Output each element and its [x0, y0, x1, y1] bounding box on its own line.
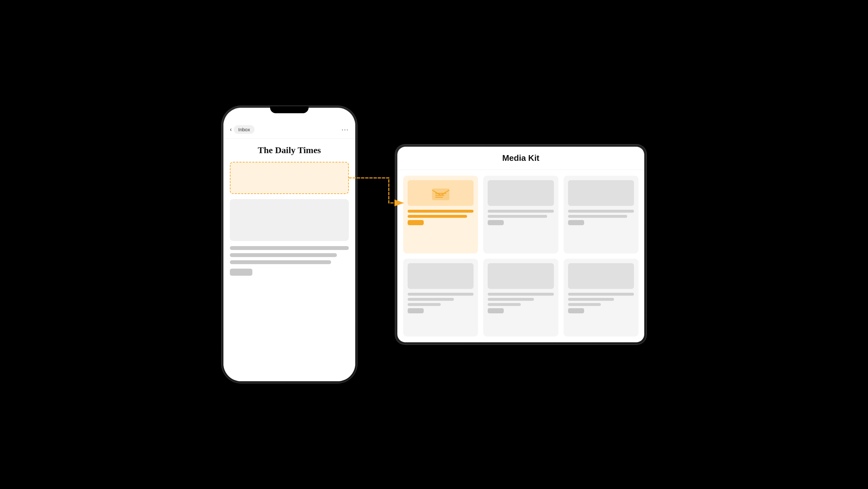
more-options-button[interactable]: ···: [341, 126, 349, 133]
cell-5-line-3: [488, 303, 521, 306]
cell-5-line-1: [488, 293, 554, 296]
cell-4-line-2: [408, 298, 454, 301]
cell-line-orange-2: [408, 215, 467, 218]
cell-4-tag: [408, 308, 424, 313]
phone-content-area: The Daily Times: [223, 139, 355, 381]
grid-cell-6[interactable]: [563, 259, 639, 337]
cell-3-tag: [568, 220, 584, 225]
cell-6-line-1: [568, 293, 634, 296]
cell-6-lines: [568, 293, 634, 313]
phone-text-line-3: [230, 260, 331, 264]
highlighted-banner[interactable]: [230, 162, 349, 194]
email-icon: [431, 185, 451, 201]
cell-5-lines: [488, 293, 554, 313]
cell-3-line-1: [568, 210, 634, 213]
cell-2-line-2: [488, 215, 547, 218]
cell-6-line-2: [568, 298, 614, 301]
cell-6-tag: [568, 308, 584, 313]
cell-6-line-3: [568, 303, 601, 306]
phone-text-line-2: [230, 253, 337, 257]
phone-screen: ‹ Inbox ··· The Daily Times: [223, 108, 355, 381]
phone-text-line-1: [230, 246, 349, 250]
cell-6-image: [568, 263, 634, 289]
svg-rect-0: [432, 189, 449, 200]
cell-2-tag: [488, 220, 504, 225]
tablet-title-bar: Media Kit: [397, 147, 644, 170]
grid-cell-1[interactable]: [403, 176, 478, 254]
cell-4-line-1: [408, 293, 473, 296]
phone-nav-bar: ‹ Inbox ···: [223, 121, 355, 139]
phone-frame: ‹ Inbox ··· The Daily Times: [222, 106, 357, 383]
cell-5-tag: [488, 308, 504, 313]
cell-2-image: [488, 180, 554, 206]
cell-line-orange-1: [408, 210, 473, 213]
tablet-grid: [397, 170, 644, 342]
scene: ‹ Inbox ··· The Daily Times: [0, 0, 868, 489]
cell-2-line-1: [488, 210, 554, 213]
cell-5-line-2: [488, 298, 534, 301]
cell-1-lines: [408, 210, 473, 225]
back-button[interactable]: ‹ Inbox: [230, 125, 255, 134]
cell-3-line-2: [568, 215, 627, 218]
cell-5-image: [488, 263, 554, 289]
cell-4-lines: [408, 293, 473, 313]
tablet-frame: Media Kit: [396, 145, 646, 344]
phone-text-lines: [230, 246, 349, 276]
cell-4-image: [408, 263, 473, 289]
grid-cell-3[interactable]: [563, 176, 639, 254]
cell-3-lines: [568, 210, 634, 225]
phone-notch: [270, 108, 309, 113]
grid-cell-5[interactable]: [483, 259, 558, 337]
media-kit-title: Media Kit: [502, 153, 539, 163]
cell-2-lines: [488, 210, 554, 225]
cell-4-line-3: [408, 303, 441, 306]
phone-article-image: [230, 199, 349, 241]
tablet-screen: Media Kit: [397, 147, 644, 342]
grid-cell-4[interactable]: [403, 259, 478, 337]
inbox-label[interactable]: Inbox: [234, 125, 255, 134]
cell-1-image: [408, 180, 473, 206]
grid-cell-2[interactable]: [483, 176, 558, 254]
cell-3-image: [568, 180, 634, 206]
phone-tag: [230, 269, 252, 276]
back-chevron-icon: ‹: [230, 126, 232, 133]
cell-1-tag: [408, 220, 424, 225]
newspaper-title: The Daily Times: [230, 145, 349, 155]
